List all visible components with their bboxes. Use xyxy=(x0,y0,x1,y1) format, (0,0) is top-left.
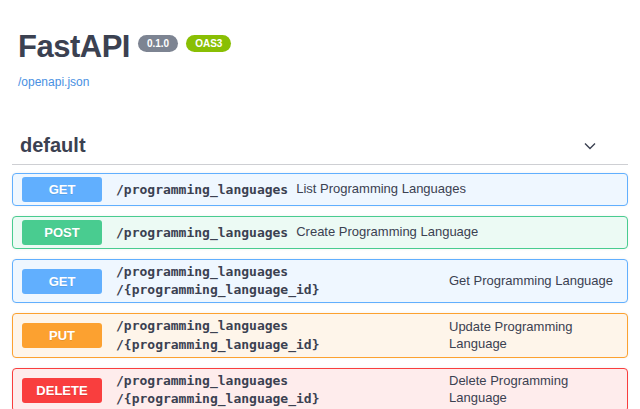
operation-summary-bar[interactable]: DELETE /programming_languages/{programmi… xyxy=(13,369,627,409)
page-title: FastAPI xyxy=(18,30,130,64)
operation-summary-bar[interactable]: GET /programming_languages/{programming_… xyxy=(13,260,627,302)
operation-row-put[interactable]: PUT /programming_languages/{programming_… xyxy=(12,313,628,357)
endpoint-path: /programming_languages xyxy=(116,224,288,242)
method-badge: POST xyxy=(22,220,102,245)
tag-header-default[interactable]: default xyxy=(12,134,628,165)
operation-summary: Delete Programming Language xyxy=(449,373,617,407)
oas-badge: OAS3 xyxy=(186,35,231,52)
endpoint-path: /programming_languages/{programming_lang… xyxy=(116,263,441,299)
method-badge: GET xyxy=(22,269,102,294)
method-badge: PUT xyxy=(22,323,102,348)
operation-row-post[interactable]: POST /programming_languages Create Progr… xyxy=(12,216,628,249)
operation-summary: Create Programming Language xyxy=(296,224,617,241)
endpoint-path: /programming_languages/{programming_lang… xyxy=(116,317,441,353)
operation-row-get[interactable]: GET /programming_languages List Programm… xyxy=(12,173,628,206)
operation-summary: List Programming Languages xyxy=(296,181,617,198)
operation-row-get[interactable]: GET /programming_languages/{programming_… xyxy=(12,259,628,303)
tag-section-default: default GET /programming_languages List … xyxy=(12,134,628,409)
version-badge: 0.1.0 xyxy=(138,35,178,52)
operation-summary: Update Programming Language xyxy=(449,319,617,353)
openapi-json-link[interactable]: /openapi.json xyxy=(18,75,89,89)
operation-summary: Get Programming Language xyxy=(449,273,617,290)
operation-list: GET /programming_languages List Programm… xyxy=(12,173,628,409)
method-badge: DELETE xyxy=(22,378,102,403)
tag-name: default xyxy=(20,134,86,157)
operation-summary-bar[interactable]: POST /programming_languages Create Progr… xyxy=(13,217,627,248)
endpoint-path: /programming_languages/{programming_lang… xyxy=(116,372,441,408)
api-info-header: FastAPI 0.1.0 OAS3 /openapi.json xyxy=(0,0,640,90)
operation-summary-bar[interactable]: GET /programming_languages List Programm… xyxy=(13,174,627,205)
operation-summary-bar[interactable]: PUT /programming_languages/{programming_… xyxy=(13,314,627,356)
endpoint-path: /programming_languages xyxy=(116,181,288,199)
method-badge: GET xyxy=(22,177,102,202)
operation-row-delete[interactable]: DELETE /programming_languages/{programmi… xyxy=(12,368,628,409)
chevron-down-icon[interactable] xyxy=(580,136,600,156)
